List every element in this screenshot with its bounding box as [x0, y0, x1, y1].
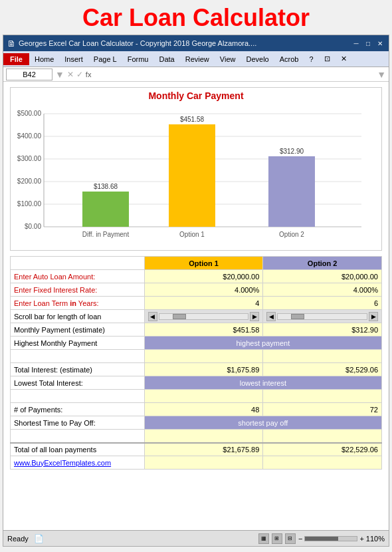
shortest-payoff-label: Shortest Time to Pay Off:: [11, 416, 145, 430]
auto-loan-opt1[interactable]: $20,000.00: [144, 270, 263, 283]
scrollbar-opt1[interactable]: ◀ ▶: [144, 310, 263, 323]
monthly-payment-label: Monthly Payment (estimate): [11, 323, 145, 337]
header-option1: Option 1: [144, 257, 263, 270]
auto-loan-label: Enter Auto Loan Amount:: [11, 270, 145, 283]
loan-term-label: Enter Loan Term in Years:: [11, 297, 145, 310]
tab-data[interactable]: Data: [153, 53, 179, 65]
cancel-icon: ✕: [67, 70, 74, 79]
zoom-slider[interactable]: [304, 536, 357, 541]
svg-text:$400.00: $400.00: [17, 132, 42, 140]
spacer-row: [11, 350, 382, 363]
scroll-right-arrow-1[interactable]: ▶: [250, 312, 259, 321]
cell-reference[interactable]: [6, 69, 52, 80]
chart-title: Monthly Car Payment: [16, 90, 376, 101]
minimize-button[interactable]: ─: [351, 40, 361, 47]
num-payments-opt1: 48: [144, 403, 263, 416]
scrollbar-label: Scroll bar for length of loan: [11, 310, 145, 323]
tab-view[interactable]: View: [215, 53, 241, 65]
svg-text:Option 1: Option 1: [179, 231, 205, 238]
tab-formulas[interactable]: Formu: [122, 53, 154, 65]
table-row: Highest Monthly Payment highest payment: [11, 337, 382, 350]
scroll-track-1[interactable]: [159, 313, 249, 320]
ready-status: Ready: [7, 535, 29, 543]
formula-bar: ▼ ✕ ✓ fx ▼: [3, 67, 389, 82]
ribbon: File Home Insert Page L Formu Data Revie…: [3, 51, 389, 67]
svg-text:$0.00: $0.00: [25, 223, 41, 230]
table-row: Total Interest: (estimate) $1,675.89 $2,…: [11, 363, 382, 376]
svg-text:$200.00: $200.00: [17, 178, 42, 185]
close-button[interactable]: ✕: [375, 40, 385, 47]
status-right: ▦ ⊞ ⊟ − + 110%: [258, 533, 385, 544]
svg-text:$138.68: $138.68: [94, 183, 118, 190]
website-link[interactable]: www.BuyExcelTemplates.com: [11, 456, 145, 470]
loan-term-opt2[interactable]: 6: [263, 297, 382, 310]
tab-extra1[interactable]: ⊡: [319, 53, 336, 65]
formula-input[interactable]: [94, 70, 374, 78]
interest-rate-label: Enter Fixed Interest Rate:: [11, 283, 145, 297]
tab-insert[interactable]: Insert: [59, 53, 88, 65]
interest-rate-opt2[interactable]: 4.000%: [263, 283, 382, 297]
excel-window: 🗎 Georges Excel Car Loan Calculator - Co…: [3, 35, 389, 547]
window-title: Georges Excel Car Loan Calculator - Copy…: [19, 39, 256, 47]
spacer-row: [11, 430, 382, 443]
excel-icon: 🗎: [7, 39, 16, 49]
tab-close[interactable]: ✕: [336, 53, 352, 65]
table-row: Enter Auto Loan Amount: $20,000.00 $20,0…: [11, 270, 382, 283]
auto-loan-opt2[interactable]: $20,000.00: [263, 270, 382, 283]
scroll-left-arrow-2[interactable]: ◀: [266, 312, 276, 321]
num-payments-opt2: 72: [263, 403, 382, 416]
interest-rate-opt1[interactable]: 4.000%: [144, 283, 263, 297]
bar-option1: [169, 124, 215, 227]
bar-diff: [82, 192, 129, 227]
chart-area: Monthly Car Payment $500.00 $400.00 $300…: [10, 87, 382, 251]
tab-help[interactable]: ?: [304, 53, 318, 65]
scroll-left-arrow-1[interactable]: ◀: [148, 312, 157, 321]
total-payments-label: Total of all loan payments: [11, 443, 145, 456]
function-icon: fx: [86, 70, 92, 78]
page-title: Car Loan Calculator: [0, 0, 392, 35]
tab-home[interactable]: Home: [29, 53, 59, 65]
normal-view-button[interactable]: ▦: [258, 533, 269, 544]
maximize-button[interactable]: □: [363, 40, 373, 47]
highest-payment-value: highest payment: [144, 337, 381, 350]
status-bar: Ready 📄 ▦ ⊞ ⊟ − + 110%: [3, 530, 389, 546]
svg-text:$312.90: $312.90: [280, 148, 304, 155]
page-layout-button[interactable]: ⊞: [272, 533, 282, 544]
tab-developer[interactable]: Develo: [241, 53, 274, 65]
svg-text:Diff. in Payment: Diff. in Payment: [82, 231, 130, 238]
header-option2: Option 2: [263, 257, 382, 270]
highest-payment-label: Highest Monthly Payment: [11, 337, 145, 350]
table-row: Shortest Time to Pay Off: shortest pay o…: [11, 416, 382, 430]
spacer-row: [11, 390, 382, 403]
formula-expand-icon[interactable]: ▼: [377, 69, 386, 80]
total-payments-row: Total of all loan payments $21,675.89 $2…: [11, 443, 382, 456]
data-table: Option 1 Option 2 Enter Auto Loan Amount…: [10, 256, 382, 470]
zoom-level: 110%: [366, 535, 385, 543]
zoom-out-button[interactable]: −: [298, 535, 302, 543]
link-row: www.BuyExcelTemplates.com: [11, 456, 382, 470]
bar-chart: $500.00 $400.00 $300.00 $200.00 $100.00 …: [16, 104, 368, 243]
total-interest-opt1: $1,675.89: [144, 363, 263, 376]
scrollbar-opt2[interactable]: ◀ ▶: [263, 310, 382, 323]
table-row: Lowest Total Interest: lowest interest: [11, 376, 382, 390]
status-left: Ready 📄: [7, 534, 44, 543]
tab-acrobat[interactable]: Acrob: [274, 53, 304, 65]
svg-text:Option 2: Option 2: [279, 231, 304, 238]
title-bar-left: 🗎 Georges Excel Car Loan Calculator - Co…: [7, 39, 256, 49]
tab-file[interactable]: File: [3, 53, 29, 65]
loan-term-opt1[interactable]: 4: [144, 297, 263, 310]
title-bar-controls: ─ □ ✕: [351, 40, 385, 47]
bar-option2: [268, 156, 315, 227]
scroll-track-2[interactable]: [277, 313, 367, 320]
table-header-row: Option 1 Option 2: [11, 257, 382, 270]
page-break-button[interactable]: ⊟: [285, 533, 296, 544]
scroll-right-arrow-2[interactable]: ▶: [369, 312, 378, 321]
monthly-payment-opt2: $312.90: [263, 323, 382, 337]
total-payments-opt1: $21,675.89: [144, 443, 263, 456]
zoom-in-button[interactable]: +: [359, 535, 363, 543]
table-row: Enter Fixed Interest Rate: 4.000% 4.000%: [11, 283, 382, 297]
tab-review[interactable]: Review: [180, 53, 215, 65]
svg-text:$500.00: $500.00: [17, 110, 42, 117]
tab-page-layout[interactable]: Page L: [88, 53, 122, 65]
page-view-icon[interactable]: 📄: [34, 534, 44, 543]
